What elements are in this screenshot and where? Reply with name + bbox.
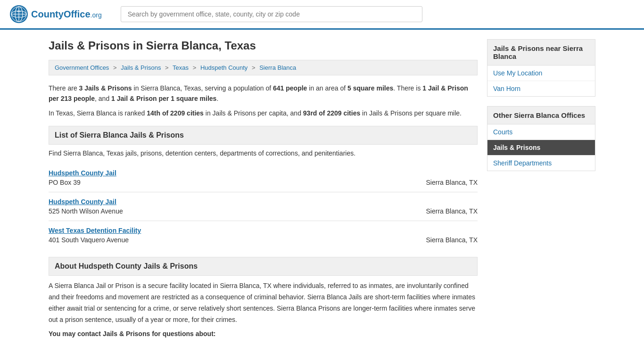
bold-area: 5 square miles xyxy=(347,84,393,92)
list-description: Find Sierra Blanca, Texas jails, prisons… xyxy=(49,149,478,157)
about-question: You may contact Jails & Prisons for ques… xyxy=(49,330,478,337)
facility-entry: West Texas Detention Facility 401 South … xyxy=(49,221,478,249)
bold-rank-capita: 14th of 2209 cities xyxy=(147,109,204,117)
breadcrumb-hudspeth[interactable]: Hudspeth County xyxy=(200,64,248,71)
breadcrumb-jails-prisons[interactable]: Jails & Prisons xyxy=(121,64,161,71)
sidebar-other-title: Other Sierra Blanca Offices xyxy=(487,106,595,124)
bold-population: 641 people xyxy=(273,84,307,92)
facility-city-2: Sierra Blanca, TX xyxy=(426,207,478,215)
facility-city-1: Sierra Blanca, TX xyxy=(426,179,478,186)
search-bar[interactable] xyxy=(121,6,422,22)
logo-text: CountyOffice.org xyxy=(31,9,102,20)
list-section-header: List of Sierra Blanca Jails & Prisons xyxy=(49,126,478,145)
breadcrumb: Government Offices > Jails & Prisons > T… xyxy=(49,60,478,75)
facility-city-3: Sierra Blanca, TX xyxy=(426,236,478,244)
sidebar-near-section: Use My Location Van Horn xyxy=(487,66,595,97)
facility-entry: Hudspeth County Jail 525 North Wilson Av… xyxy=(49,192,478,221)
left-content: Jails & Prisons in Sierra Blanca, Texas … xyxy=(49,39,478,337)
sidebar-other-section: Courts Jails & Prisons Sheriff Departmen… xyxy=(487,124,595,171)
info-text: There are 3 Jails & Prisons in Sierra Bl… xyxy=(49,83,478,118)
sidebar-jails-prisons[interactable]: Jails & Prisons xyxy=(487,140,595,156)
facility-row-1: PO Box 39 Sierra Blanca, TX xyxy=(49,179,478,186)
main-content: Jails & Prisons in Sierra Blanca, Texas … xyxy=(39,30,605,347)
facility-name-2[interactable]: Hudspeth County Jail xyxy=(49,198,116,206)
breadcrumb-govt-offices[interactable]: Government Offices xyxy=(55,64,109,71)
facility-name-3[interactable]: West Texas Detention Facility xyxy=(49,227,141,234)
facility-entry: Hudspeth County Jail PO Box 39 Sierra Bl… xyxy=(49,164,478,192)
sidebar-sheriff-departments[interactable]: Sheriff Departments xyxy=(487,156,595,171)
breadcrumb-texas[interactable]: Texas xyxy=(173,64,189,71)
page-title: Jails & Prisons in Sierra Blanca, Texas xyxy=(49,39,478,52)
sidebar-near-title: Jails & Prisons near Sierra Blanca xyxy=(487,39,595,66)
about-section-header: About Hudspeth County Jails & Prisons xyxy=(49,257,478,276)
facility-address-1: PO Box 39 xyxy=(49,179,81,186)
bold-per-sqm: 1 Jail & Prison per 1 square miles xyxy=(111,95,216,102)
facility-name-1[interactable]: Hudspeth County Jail xyxy=(49,169,116,177)
sidebar-courts[interactable]: Courts xyxy=(487,124,595,140)
facility-row-3: 401 South Vaquero Avenue Sierra Blanca, … xyxy=(49,236,478,244)
right-sidebar: Jails & Prisons near Sierra Blanca Use M… xyxy=(487,39,595,337)
logo-icon xyxy=(9,5,28,24)
bold-jails-count: 3 Jails & Prisons xyxy=(79,84,132,92)
breadcrumb-sierra-blanca[interactable]: Sierra Blanca xyxy=(259,64,296,71)
sidebar-use-my-location[interactable]: Use My Location xyxy=(487,66,595,81)
site-header: CountyOffice.org xyxy=(0,0,644,30)
facility-address-2: 525 North Wilson Avenue xyxy=(49,207,123,215)
site-logo[interactable]: CountyOffice.org xyxy=(9,5,102,24)
facilities-list: Hudspeth County Jail PO Box 39 Sierra Bl… xyxy=(49,164,478,249)
about-text: A Sierra Blanca Jail or Prison is a secu… xyxy=(49,280,478,325)
sidebar-van-horn[interactable]: Van Horn xyxy=(487,81,595,96)
facility-row-2: 525 North Wilson Avenue Sierra Blanca, T… xyxy=(49,207,478,215)
facility-address-3: 401 South Vaquero Avenue xyxy=(49,236,129,244)
bold-rank-sqm: 93rd of 2209 cities xyxy=(303,109,360,117)
search-input[interactable] xyxy=(121,6,422,22)
